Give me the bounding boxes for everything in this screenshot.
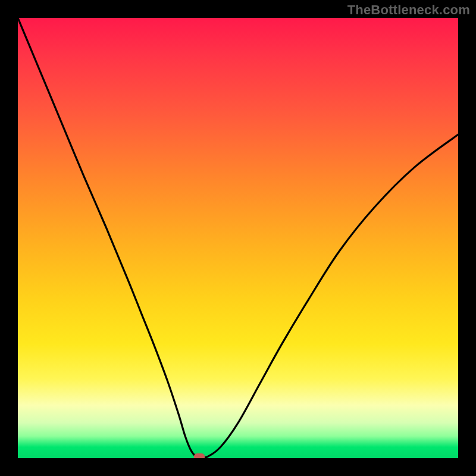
bottleneck-curve xyxy=(18,18,458,458)
watermark-text: TheBottleneck.com xyxy=(347,2,470,18)
plot-area xyxy=(18,18,458,458)
chart-frame: TheBottleneck.com xyxy=(0,0,476,476)
optimal-point-marker xyxy=(194,453,205,458)
